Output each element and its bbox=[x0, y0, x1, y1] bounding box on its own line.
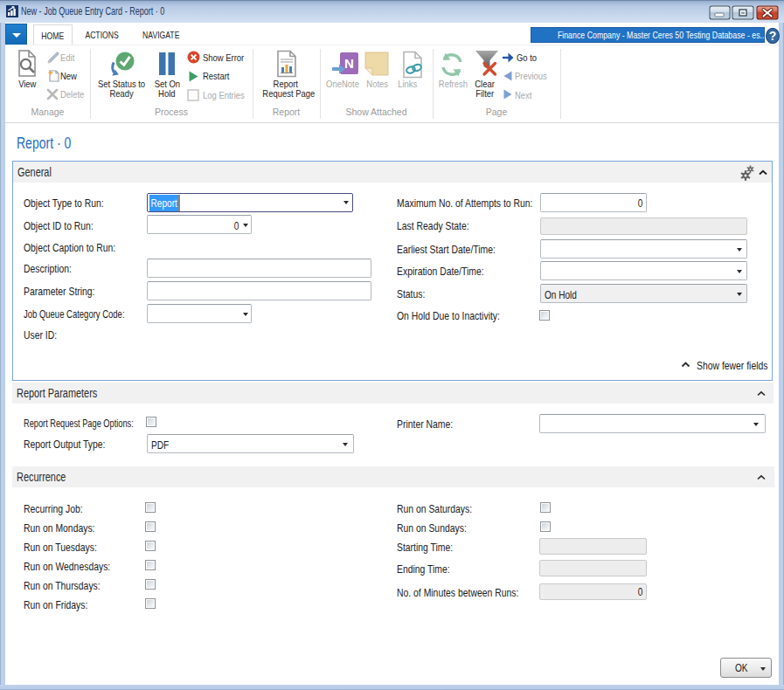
svg-text:N: N bbox=[344, 56, 354, 71]
svg-text:?: ? bbox=[769, 29, 777, 43]
